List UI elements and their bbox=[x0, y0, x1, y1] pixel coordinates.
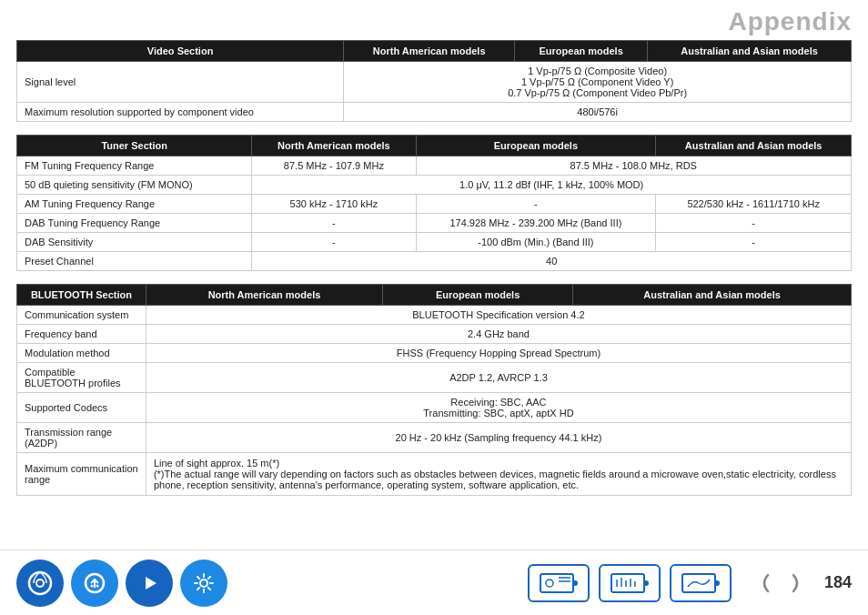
row-label: Maximum communication range bbox=[17, 453, 146, 496]
table-row: Preset Channel 40 bbox=[17, 252, 852, 271]
back-arrow-icon[interactable] bbox=[748, 568, 779, 599]
row-label: Compatible BLUETOOTH profiles bbox=[17, 363, 146, 393]
table-row: Communication system BLUETOOTH Specifica… bbox=[17, 306, 852, 325]
row-value: -100 dBm (Min.) (Band III) bbox=[416, 233, 656, 252]
device-icons-group bbox=[528, 564, 732, 602]
svg-point-5 bbox=[96, 584, 99, 587]
bt-col-au: Australian and Asian models bbox=[573, 285, 852, 306]
page-title: Appendix bbox=[0, 0, 868, 40]
tuner-col-au: Australian and Asian models bbox=[656, 136, 852, 156]
video-col-eu: European models bbox=[515, 41, 648, 62]
row-value: - bbox=[252, 233, 416, 252]
page-number: 184 bbox=[824, 573, 852, 592]
row-label: Transmission range (A2DP) bbox=[17, 423, 146, 453]
row-value: 1.0 μV, 11.2 dBf (IHF, 1 kHz, 100% MOD) bbox=[252, 176, 852, 195]
bt-col-na: North American models bbox=[146, 285, 382, 306]
row-label: Communication system bbox=[17, 306, 146, 325]
tuner-col-na: North American models bbox=[252, 136, 416, 156]
video-col-au: Australian and Asian models bbox=[648, 41, 852, 62]
settings-icon[interactable] bbox=[180, 560, 227, 607]
row-label: Supported Codecs bbox=[17, 393, 146, 423]
table-row: DAB Tuning Frequency Range - 174.928 MHz… bbox=[17, 214, 852, 233]
row-value: 522/530 kHz - 1611/1710 kHz bbox=[656, 195, 852, 214]
svg-point-4 bbox=[91, 584, 94, 587]
table-row: DAB Sensitivity - -100 dBm (Min.) (Band … bbox=[17, 233, 852, 252]
row-value: 20 Hz - 20 kHz (Sampling frequency 44.1 … bbox=[146, 423, 851, 453]
nav-arrows: 184 bbox=[748, 568, 852, 599]
row-label: DAB Tuning Frequency Range bbox=[17, 214, 252, 233]
bt-header: BLUETOOTH Section bbox=[17, 285, 146, 306]
tuner-header: Tuner Section bbox=[17, 136, 252, 156]
table-row: FM Tuning Frequency Range 87.5 MHz - 107… bbox=[17, 156, 852, 176]
svg-point-7 bbox=[200, 580, 207, 587]
device1-icon[interactable] bbox=[528, 564, 590, 602]
svg-point-19 bbox=[643, 580, 649, 586]
table-row: Signal level 1 Vp-p/75 Ω (Composite Vide… bbox=[17, 62, 852, 103]
row-value: 87.5 MHz - 108.0 MHz, RDS bbox=[416, 156, 852, 176]
row-value: FHSS (Frequency Hopping Spread Spectrum) bbox=[146, 344, 851, 363]
row-label: DAB Sensitivity bbox=[17, 233, 252, 252]
bt-col-eu: European models bbox=[383, 285, 573, 306]
bluetooth-section-table: BLUETOOTH Section North American models … bbox=[16, 284, 852, 496]
table-row: AM Tuning Frequency Range 530 kHz - 1710… bbox=[17, 195, 852, 214]
row-value: Line of sight approx. 15 m(*) (*)The act… bbox=[146, 453, 851, 496]
svg-point-21 bbox=[714, 580, 720, 586]
row-value: 530 kHz - 1710 kHz bbox=[252, 195, 416, 214]
table-row: Transmission range (A2DP) 20 Hz - 20 kHz… bbox=[17, 423, 852, 453]
row-value: 174.928 MHz - 239.200 MHz (Band III) bbox=[416, 214, 656, 233]
row-label: FM Tuning Frequency Range bbox=[17, 156, 252, 176]
device3-icon[interactable] bbox=[670, 564, 732, 602]
row-value: A2DP 1.2, AVRCP 1.3 bbox=[146, 363, 851, 393]
row-value: - bbox=[416, 195, 656, 214]
row-value: 87.5 MHz - 107.9 MHz bbox=[252, 156, 416, 176]
row-label: Frequency band bbox=[17, 325, 146, 344]
table-row: Compatible BLUETOOTH profiles A2DP 1.2, … bbox=[17, 363, 852, 393]
row-label: 50 dB quieting sensitivity (FM MONO) bbox=[17, 176, 252, 195]
table-row: Modulation method FHSS (Frequency Hoppin… bbox=[17, 344, 852, 363]
svg-point-1 bbox=[36, 580, 44, 587]
disc-icon[interactable] bbox=[16, 560, 64, 607]
svg-point-0 bbox=[29, 572, 51, 594]
row-value: 1 Vp-p/75 Ω (Composite Video) 1 Vp-p/75 … bbox=[344, 62, 852, 103]
table-row: 50 dB quieting sensitivity (FM MONO) 1.0… bbox=[17, 176, 852, 195]
table-row: Maximum resolution supported by componen… bbox=[17, 103, 852, 122]
svg-point-12 bbox=[572, 580, 578, 586]
row-label: Maximum resolution supported by componen… bbox=[17, 103, 344, 122]
row-value: Receiving: SBC, AAC Transmitting: SBC, a… bbox=[146, 393, 851, 423]
table-row: Supported Codecs Receiving: SBC, AAC Tra… bbox=[17, 393, 852, 423]
row-value: BLUETOOTH Specification version 4.2 bbox=[146, 306, 851, 325]
row-value: - bbox=[252, 214, 416, 233]
usb-icon[interactable] bbox=[71, 560, 118, 607]
row-label: Signal level bbox=[17, 62, 344, 103]
row-value: - bbox=[656, 233, 852, 252]
row-label: Modulation method bbox=[17, 344, 146, 363]
row-label: Preset Channel bbox=[17, 252, 252, 271]
row-value: 40 bbox=[252, 252, 852, 271]
table-row: Maximum communication range Line of sigh… bbox=[17, 453, 852, 496]
row-value: - bbox=[656, 214, 852, 233]
row-label: AM Tuning Frequency Range bbox=[17, 195, 252, 214]
video-col-na: North American models bbox=[344, 41, 515, 62]
tuner-section-table: Tuner Section North American models Euro… bbox=[16, 135, 852, 271]
play-icon[interactable] bbox=[126, 560, 173, 607]
forward-arrow-icon[interactable] bbox=[782, 568, 813, 599]
row-value: 480i/576i bbox=[344, 103, 852, 122]
footer-bar: 184 bbox=[0, 549, 868, 615]
svg-marker-6 bbox=[146, 577, 156, 590]
video-section-table: Video Section North American models Euro… bbox=[16, 40, 852, 122]
row-value: 2.4 GHz band bbox=[146, 325, 851, 344]
device2-icon[interactable] bbox=[599, 564, 661, 602]
table-row: Frequency band 2.4 GHz band bbox=[17, 325, 852, 344]
video-header: Video Section bbox=[17, 41, 344, 62]
svg-point-9 bbox=[546, 580, 553, 587]
tuner-col-eu: European models bbox=[416, 136, 656, 156]
